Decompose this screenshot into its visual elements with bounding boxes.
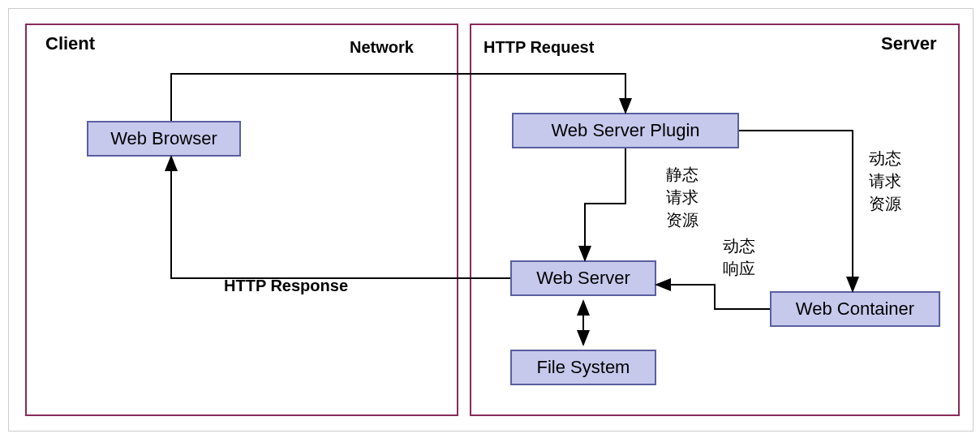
dynamic-response-label: 动态 响应 bbox=[723, 234, 755, 280]
web-server-plugin-node: Web Server Plugin bbox=[512, 113, 739, 148]
http-response-label: HTTP Response bbox=[224, 277, 348, 295]
web-browser-node: Web Browser bbox=[87, 121, 241, 157]
client-container bbox=[25, 24, 458, 416]
web-server-node: Web Server bbox=[510, 260, 656, 296]
http-request-label: HTTP Request bbox=[484, 38, 594, 57]
diagram-canvas: Client Server Web Browser Web Server Plu… bbox=[8, 8, 974, 432]
web-container-node: Web Container bbox=[770, 291, 940, 327]
dynamic-request-label: 动态 请求 资源 bbox=[869, 147, 901, 215]
network-label: Network bbox=[350, 38, 414, 57]
client-label: Client bbox=[45, 33, 95, 54]
static-request-label: 静态 请求 资源 bbox=[666, 163, 698, 231]
server-label: Server bbox=[881, 33, 937, 54]
file-system-node: File System bbox=[510, 350, 656, 385]
